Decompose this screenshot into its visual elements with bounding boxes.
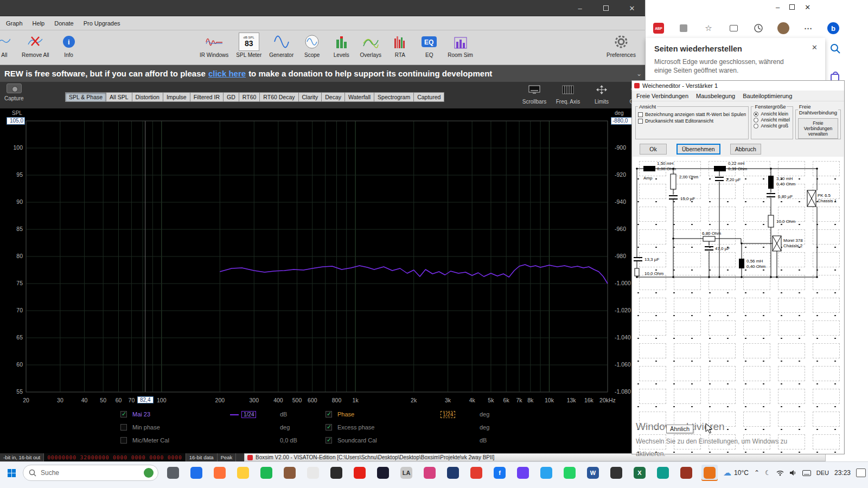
taskbar-app-4[interactable] xyxy=(235,465,251,481)
edge-close-button[interactable]: ✕ xyxy=(805,3,810,11)
crossover-schematic-canvas[interactable]: 1,50 mH0,00 OhmAmp2,00 Ohm0,22 mH0,39 Oh… xyxy=(633,157,844,454)
taskbar-app-21[interactable]: X xyxy=(631,465,648,481)
night-mode-icon[interactable]: ☾ xyxy=(765,469,771,477)
tab-gd[interactable]: GD xyxy=(223,92,239,102)
touch-keyboard-icon[interactable] xyxy=(802,470,811,476)
tab-waterfall[interactable]: Waterfall xyxy=(344,92,374,102)
legend-checkbox-mai-23[interactable] xyxy=(120,411,127,418)
graphtool-limits[interactable]: Limits xyxy=(589,85,614,105)
tab-spl-phase[interactable]: SPL & Phase xyxy=(65,92,106,102)
taskbar-app-17[interactable] xyxy=(538,465,554,481)
taskbar-search-input[interactable]: Suche xyxy=(23,465,158,481)
toolbar-generator-button[interactable]: Generator xyxy=(269,33,293,58)
tray-overflow-icon[interactable]: ⌃ xyxy=(754,469,760,477)
volume-icon[interactable] xyxy=(789,470,797,476)
graphtool-scrollbars[interactable]: Scrollbars xyxy=(522,85,547,105)
plot-canvas[interactable] xyxy=(24,108,613,399)
tab-impulse[interactable]: Impulse xyxy=(163,92,190,102)
tab-all-spl[interactable]: All SPL xyxy=(106,92,131,102)
action-center-icon[interactable] xyxy=(856,468,866,477)
radio-ansicht-mittel[interactable]: Ansicht mittel xyxy=(754,117,790,123)
checkbox-druckansicht[interactable]: Druckansicht statt Editoransicht xyxy=(638,118,746,124)
legend-smoothing[interactable]: 1/24 xyxy=(422,411,476,418)
boxsim-menu-bauteiloptimierung[interactable]: Bauteiloptimierung xyxy=(743,93,792,99)
tab-decay[interactable]: Decay xyxy=(321,92,344,102)
tab-spectrogram[interactable]: Spectrogram xyxy=(374,92,413,102)
toolbar-eq-button[interactable]: EQ EQ xyxy=(418,33,440,58)
sidebar-search-icon[interactable] xyxy=(829,42,842,57)
toolbar-save-all-button[interactable]: e All xyxy=(0,33,13,58)
spl-graph[interactable]: SPL 105,0 deg -880,0 1009590858075706560… xyxy=(0,108,645,453)
manage-connections-button[interactable]: Freie Verbindungen verwalten xyxy=(798,118,838,139)
menu-pro-upgrades[interactable]: Pro Upgrades xyxy=(79,20,125,27)
taskbar-app-10[interactable] xyxy=(375,465,391,481)
legend-checkbox-soundcard-cal[interactable] xyxy=(326,437,332,444)
tab-distortion[interactable]: Distortion xyxy=(132,92,163,102)
tab-captured[interactable]: Captured xyxy=(413,92,444,102)
boxsim-menu-mausbelegung[interactable]: Mausbelegung xyxy=(696,93,735,99)
taskbar-app-14[interactable] xyxy=(468,465,484,481)
taskbar-app-8[interactable] xyxy=(328,465,344,481)
more-menu-icon[interactable]: ··· xyxy=(802,22,815,35)
start-button[interactable] xyxy=(3,465,20,481)
radio-ansicht-gro[interactable]: Ansicht groß xyxy=(754,123,790,129)
taskbar-app-18[interactable] xyxy=(561,465,578,481)
tab-filtered-ir[interactable]: Filtered IR xyxy=(190,92,223,102)
taskbar-app-23[interactable] xyxy=(678,465,694,481)
donation-link[interactable]: click here xyxy=(208,69,246,78)
language-indicator[interactable]: DEU xyxy=(816,470,829,476)
taskbar-app-6[interactable] xyxy=(282,465,298,481)
taskbar-app-16[interactable] xyxy=(515,465,531,481)
toolbar-room-sim-button[interactable]: Room Sim xyxy=(448,33,473,58)
toolbar-overlays-button[interactable]: Overlays xyxy=(360,33,381,58)
taskbar-app-11[interactable]: LA xyxy=(398,465,414,481)
rew-maximize-button[interactable] xyxy=(593,0,619,16)
right-axis-limit-input[interactable]: -880,0 xyxy=(611,117,633,125)
menu-help[interactable]: Help xyxy=(28,20,50,27)
taskbar-app-5[interactable] xyxy=(258,465,275,481)
legend-smoothing[interactable]: 1/24 xyxy=(212,411,277,418)
banner-collapse-icon[interactable]: ⌄ xyxy=(636,70,642,78)
graphtool-freq-axis[interactable]: Freq. Axis xyxy=(556,85,580,105)
boxsim-titlebar[interactable]: Weicheneditor - Verstärker 1 xyxy=(632,81,844,91)
rew-close-button[interactable]: ✕ xyxy=(619,0,645,16)
extensions-icon[interactable] xyxy=(677,22,690,35)
taskbar-app-19[interactable]: W xyxy=(585,465,601,481)
left-axis-limit-input[interactable]: 105,0 xyxy=(7,117,25,125)
history-icon[interactable] xyxy=(752,22,765,35)
taskbar-app-9[interactable] xyxy=(352,465,368,481)
weather-widget[interactable]: ☁10°C xyxy=(723,468,749,478)
taskbar-app-24-active[interactable] xyxy=(701,465,718,481)
bing-discover-icon[interactable]: b xyxy=(827,22,840,35)
menu-donate[interactable]: Donate xyxy=(49,20,78,27)
adblock-icon[interactable]: ABP xyxy=(653,23,664,34)
edge-maximize-button[interactable] xyxy=(789,3,795,11)
edge-minimize-button[interactable]: – xyxy=(776,3,780,11)
rew-titlebar[interactable]: – ✕ xyxy=(0,0,645,16)
tab-rt60-decay[interactable]: RT60 Decay xyxy=(259,92,298,102)
taskbar-app-22[interactable] xyxy=(655,465,671,481)
checkbox-bezeichnung-anzeigen[interactable]: Bezeichnung anzeigen statt R-Wert bei Sp… xyxy=(638,112,746,117)
boxsim-menu-freie-verbindungen[interactable]: Freie Verbindungen xyxy=(636,93,688,99)
toolbar-spl-meter-button[interactable]: dB SPL 83 SPL Meter xyxy=(236,33,261,58)
taskbar-app-13[interactable] xyxy=(445,465,461,481)
legend-checkbox-excess-phase[interactable] xyxy=(326,424,332,431)
legend-checkbox-mic-meter-cal[interactable] xyxy=(120,437,127,444)
toolbar-rta-button[interactable]: RTA xyxy=(389,33,411,58)
tab-clarity[interactable]: Clarity xyxy=(298,92,322,102)
taskbar-app-15[interactable]: f xyxy=(492,465,508,481)
toolbar-scope-button[interactable]: Scope xyxy=(301,33,323,58)
network-icon[interactable] xyxy=(776,470,784,476)
toolbar-levels-button[interactable]: Levels xyxy=(330,33,352,58)
favorites-star-icon[interactable]: ☆ xyxy=(702,22,715,35)
taskbar-app-20[interactable] xyxy=(608,465,624,481)
toolbar-preferences-button[interactable]: Preferences xyxy=(607,33,636,58)
taskbar-app-3[interactable] xyxy=(212,465,228,481)
taskbar-app-7[interactable] xyxy=(305,465,321,481)
cancel-button[interactable]: Abbruch xyxy=(730,144,761,155)
toolbar-ir-windows-button[interactable]: IR Windows xyxy=(200,33,228,58)
radio-ansicht-klein[interactable]: Ansicht klein xyxy=(754,111,790,117)
menu-graph[interactable]: Graph xyxy=(1,20,28,27)
notification-close-icon[interactable]: ✕ xyxy=(812,43,818,52)
taskbar-clock[interactable]: 23:23 xyxy=(834,470,851,477)
